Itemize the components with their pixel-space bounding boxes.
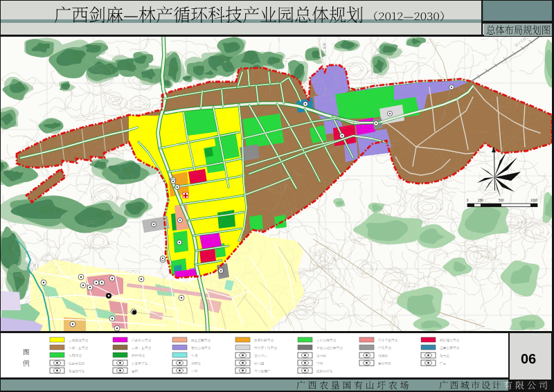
svg-text:1000: 1000 — [530, 199, 538, 202]
svg-text:250: 250 — [478, 199, 483, 202]
svg-text:06: 06 — [521, 351, 536, 366]
svg-text:500: 500 — [499, 199, 504, 202]
